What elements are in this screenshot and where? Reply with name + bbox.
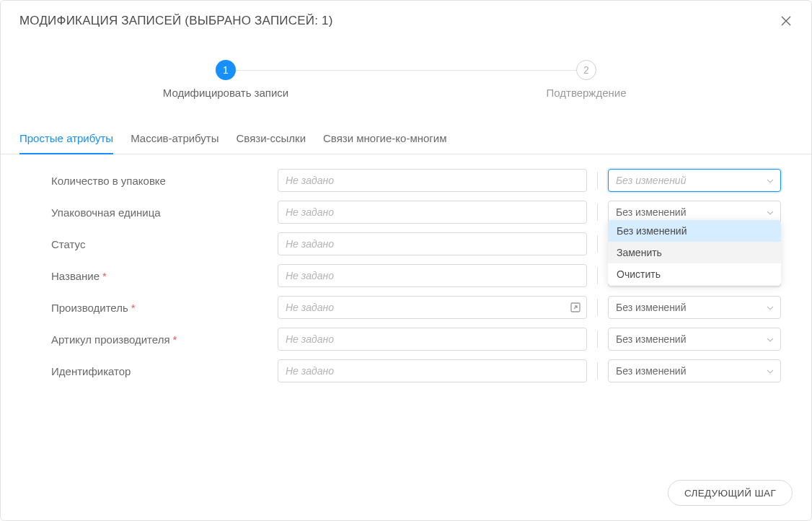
action-select-value: Без изменений <box>616 333 687 345</box>
open-link-icon[interactable] <box>570 302 581 313</box>
next-step-button[interactable]: СЛЕДУЮЩИЙ ШАГ <box>668 480 793 506</box>
field-label: Статус <box>51 238 268 250</box>
tabs-bar: Простые атрибуты Массив-атрибуты Связи-с… <box>1 125 811 154</box>
step-badge: 1 <box>216 60 236 80</box>
dropdown-option[interactable]: Очистить <box>608 263 781 285</box>
step-label: Подтверждение <box>546 86 626 100</box>
tab-simple-attributes[interactable]: Простые атрибуты <box>19 125 113 154</box>
field-input[interactable] <box>278 201 587 224</box>
field-input-wrap <box>278 232 587 255</box>
tab-many-to-many[interactable]: Связи многие-ко-многим <box>323 125 446 154</box>
field-input-wrap <box>278 264 587 287</box>
field-label-text: Производитель <box>51 302 128 314</box>
field-label: Упаковочная единица <box>51 206 268 219</box>
field-label: Название* <box>51 270 268 282</box>
chevron-down-icon <box>766 176 775 185</box>
form-area: Количество в упаковкеБез измененийУпаков… <box>1 154 811 470</box>
step-2: 2 Подтверждение <box>406 60 767 100</box>
tab-array-attributes[interactable]: Массив-атрибуты <box>131 125 219 154</box>
required-marker: * <box>131 302 136 314</box>
wizard-steps: 1 Модифицировать записи 2 Подтверждение <box>1 38 811 118</box>
action-select[interactable]: Без изменений <box>608 296 781 319</box>
field-label-text: Количество в упаковке <box>51 175 166 187</box>
action-select-value: Без изменений <box>616 302 687 313</box>
field-label-text: Артикул производителя <box>51 333 170 346</box>
field-divider <box>597 172 598 189</box>
modal-dialog: МОДИФИКАЦИЯ ЗАПИСЕЙ (ВЫБРАНО ЗАПИСЕЙ: 1)… <box>0 0 812 521</box>
action-dropdown: Без измененийЗаменитьОчистить <box>608 220 781 285</box>
field-label-text: Упаковочная единица <box>51 206 161 219</box>
field-row: Артикул производителя*Без изменений <box>51 323 781 355</box>
field-label: Идентификатор <box>51 365 268 377</box>
step-1: 1 Модифицировать записи <box>45 60 406 100</box>
chevron-down-icon <box>766 303 775 312</box>
field-label: Артикул производителя* <box>51 333 268 346</box>
field-label-text: Название <box>51 270 100 282</box>
field-row: Количество в упаковкеБез изменений <box>51 165 781 196</box>
field-label-text: Идентификатор <box>51 365 131 377</box>
action-select-value: Без изменений <box>616 365 687 377</box>
close-icon <box>780 15 792 27</box>
step-label: Модифицировать записи <box>163 86 288 100</box>
close-button[interactable] <box>780 14 793 27</box>
chevron-down-icon <box>766 208 775 216</box>
action-select[interactable]: Без изменений <box>608 328 781 351</box>
field-input[interactable] <box>278 232 587 255</box>
action-select[interactable]: Без изменений <box>608 169 781 192</box>
field-divider <box>597 299 598 316</box>
dropdown-option[interactable]: Заменить <box>608 242 781 263</box>
field-divider <box>597 203 598 221</box>
tab-link-refs[interactable]: Связи-ссылки <box>237 125 306 154</box>
step-badge: 2 <box>576 60 596 80</box>
field-divider <box>597 330 598 348</box>
field-input[interactable] <box>278 359 587 382</box>
action-select[interactable]: Без изменений <box>608 359 781 382</box>
field-input-wrap <box>278 359 587 382</box>
field-input[interactable] <box>278 328 587 351</box>
required-marker: * <box>173 333 177 346</box>
field-row: ИдентификаторБез изменений <box>51 355 781 387</box>
field-label: Производитель* <box>51 302 268 314</box>
field-divider <box>597 267 598 284</box>
field-input-wrap <box>278 296 587 319</box>
action-select-value: Без изменений <box>616 206 687 218</box>
field-label: Количество в упаковке <box>51 175 268 187</box>
field-input-wrap <box>278 201 587 224</box>
chevron-down-icon <box>766 367 775 375</box>
dropdown-option[interactable]: Без изменений <box>608 220 781 242</box>
modal-title: МОДИФИКАЦИЯ ЗАПИСЕЙ (ВЫБРАНО ЗАПИСЕЙ: 1) <box>19 14 333 28</box>
field-input[interactable] <box>278 169 587 192</box>
field-row: Производитель*Без изменений <box>51 292 781 323</box>
field-input[interactable] <box>278 264 587 287</box>
action-select-value: Без изменений <box>616 175 686 186</box>
modal-footer: СЛЕДУЮЩИЙ ШАГ <box>1 470 811 520</box>
field-input-wrap <box>278 169 587 192</box>
field-input[interactable] <box>278 296 587 319</box>
modal-header: МОДИФИКАЦИЯ ЗАПИСЕЙ (ВЫБРАНО ЗАПИСЕЙ: 1) <box>1 1 811 38</box>
field-divider <box>597 362 598 380</box>
required-marker: * <box>102 270 107 282</box>
field-divider <box>597 235 598 253</box>
chevron-down-icon <box>766 335 775 343</box>
field-label-text: Статус <box>51 238 85 250</box>
field-input-wrap <box>278 328 587 351</box>
